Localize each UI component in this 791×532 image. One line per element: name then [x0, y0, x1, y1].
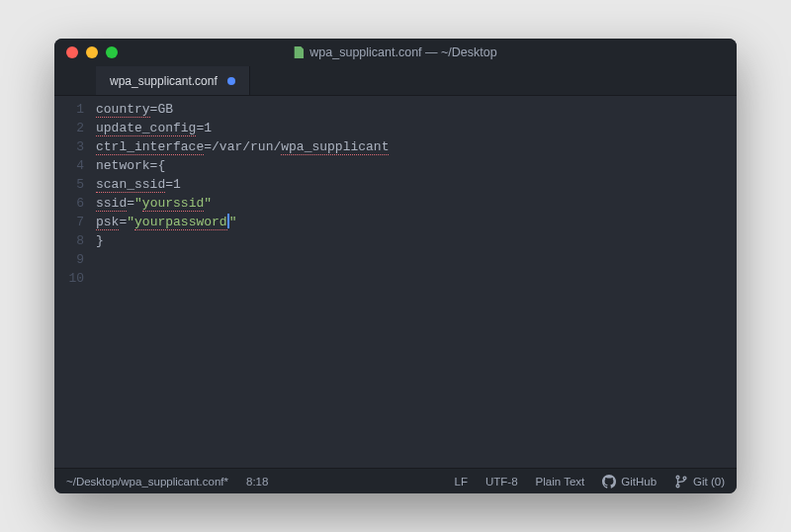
minimize-window-button[interactable] — [86, 46, 98, 58]
code-line[interactable]: update_config=1 — [96, 119, 737, 137]
tabbar: wpa_supplicant.conf — [54, 66, 737, 96]
svg-point-2 — [683, 477, 686, 480]
line-number[interactable]: 5 — [54, 175, 84, 194]
line-number[interactable]: 6 — [54, 194, 84, 213]
file-icon — [294, 46, 304, 58]
line-number[interactable]: 3 — [54, 137, 84, 156]
svg-point-0 — [676, 476, 679, 479]
status-grammar[interactable]: Plain Text — [536, 476, 585, 488]
status-filepath[interactable]: ~/Desktop/wpa_supplicant.conf* — [66, 476, 228, 488]
traffic-lights — [54, 46, 118, 58]
tab-label: wpa_supplicant.conf — [110, 74, 218, 88]
window-title-text: wpa_supplicant.conf — ~/Desktop — [309, 45, 496, 59]
line-number[interactable]: 7 — [54, 213, 84, 231]
gutter[interactable]: 12345678910 — [54, 100, 96, 468]
status-github[interactable]: GitHub — [602, 475, 657, 488]
code-line[interactable]: scan_ssid=1 — [96, 175, 737, 194]
code-area[interactable]: country=GBupdate_config=1ctrl_interface=… — [96, 100, 737, 468]
close-window-button[interactable] — [66, 46, 78, 58]
github-icon — [602, 475, 616, 488]
window-title: wpa_supplicant.conf — ~/Desktop — [294, 45, 496, 59]
line-number[interactable]: 2 — [54, 119, 84, 137]
code-line[interactable]: psk="yourpassword" — [96, 213, 737, 231]
maximize-window-button[interactable] — [106, 46, 118, 58]
status-cursor-position[interactable]: 8:18 — [246, 476, 268, 488]
modified-indicator-icon — [227, 77, 235, 85]
code-line[interactable]: country=GB — [96, 100, 737, 119]
code-line[interactable]: } — [96, 231, 737, 250]
code-line[interactable]: ctrl_interface=/var/run/wpa_supplicant — [96, 137, 737, 156]
code-line[interactable]: network={ — [96, 156, 737, 175]
line-number[interactable]: 10 — [54, 269, 84, 288]
titlebar[interactable]: wpa_supplicant.conf — ~/Desktop — [54, 39, 737, 66]
status-github-label: GitHub — [621, 476, 657, 488]
git-branch-icon — [674, 475, 688, 488]
status-git-label: Git (0) — [693, 476, 725, 488]
line-number[interactable]: 8 — [54, 231, 84, 250]
svg-point-1 — [676, 484, 679, 487]
code-line[interactable]: ssid="yourssid" — [96, 194, 737, 213]
editor[interactable]: 12345678910 country=GBupdate_config=1ctr… — [54, 96, 737, 468]
line-number[interactable]: 1 — [54, 100, 84, 119]
status-encoding[interactable]: UTF-8 — [485, 476, 518, 488]
line-number[interactable]: 9 — [54, 250, 84, 269]
tab-spacer — [54, 66, 96, 95]
tab-active[interactable]: wpa_supplicant.conf — [96, 66, 250, 95]
status-line-ending[interactable]: LF — [455, 476, 468, 488]
status-git[interactable]: Git (0) — [674, 475, 725, 488]
editor-window: wpa_supplicant.conf — ~/Desktop wpa_supp… — [54, 39, 737, 493]
statusbar: ~/Desktop/wpa_supplicant.conf* 8:18 LF U… — [54, 468, 737, 493]
line-number[interactable]: 4 — [54, 156, 84, 175]
